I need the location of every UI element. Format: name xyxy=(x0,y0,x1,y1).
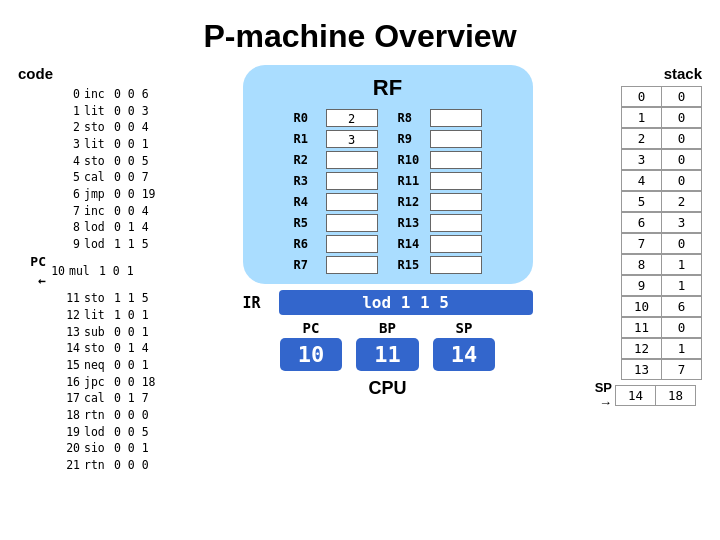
code-row-wrapper: 20sio0 0 1 xyxy=(18,440,193,457)
stack-value: 0 xyxy=(662,87,702,107)
stack-index: 5 xyxy=(622,192,662,212)
rf-reg-label: R7 xyxy=(294,258,322,272)
stack-row-table: 1418 xyxy=(615,385,696,406)
stack-value: 0 xyxy=(662,150,702,170)
ir-label: IR xyxy=(243,294,271,312)
code-row-wrapper: 3lit0 0 1 xyxy=(18,136,193,153)
rf-reg-label: R13 xyxy=(398,216,426,230)
stack-row-table: 91 xyxy=(621,275,702,296)
code-row-wrapper: 8lod0 1 4 xyxy=(18,219,193,236)
rf-reg-cell xyxy=(326,172,378,190)
code-row-wrapper: 9lod1 1 5 xyxy=(18,236,193,253)
sp-block: SP 14 xyxy=(433,320,496,371)
stack-row-table: 00 xyxy=(621,86,702,107)
stack-value: 0 xyxy=(662,318,702,338)
stack-index: 2 xyxy=(622,129,662,149)
code-row-wrapper: 12lit1 0 1 xyxy=(18,307,193,324)
cpu-panel: RF R02R13R2R3R4R5R6R7 R8R9R10R11R12R13R1… xyxy=(243,65,533,399)
ir-value: lod 1 1 5 xyxy=(279,290,533,315)
stack-index: 4 xyxy=(622,171,662,191)
rf-left-col: R02R13R2R3R4R5R6R7 xyxy=(294,109,378,274)
stack-row-wrapper: 52 xyxy=(582,191,702,212)
stack-row-wrapper: 20 xyxy=(582,128,702,149)
ir-row: IR lod 1 1 5 xyxy=(243,290,533,315)
pc-row-wrapper: PC ←10mul1 0 1 xyxy=(18,253,193,291)
stack-index: 10 xyxy=(622,297,662,317)
rf-right-col: R8R9R10R11R12R13R14R15 xyxy=(398,109,482,274)
code-row: 16jpc0 0 18 xyxy=(64,374,156,391)
rf-title: RF xyxy=(373,75,402,101)
rf-reg-label: R12 xyxy=(398,195,426,209)
stack-table-container: 00102030405263708191106110121137SP →1418 xyxy=(582,86,702,410)
rf-reg-cell xyxy=(430,256,482,274)
code-row-wrapper: 15neq0 0 1 xyxy=(18,357,193,374)
pc-block: PC 10 xyxy=(280,320,343,371)
stack-index: 7 xyxy=(622,234,662,254)
code-row-wrapper: 5cal0 0 7 xyxy=(18,169,193,186)
stack-value: 0 xyxy=(662,171,702,191)
sp-arrow: SP → xyxy=(582,380,612,410)
cpu-label: CPU xyxy=(368,378,406,399)
rf-reg-cell xyxy=(430,235,482,253)
code-row: 4sto0 0 5 xyxy=(64,153,149,170)
code-panel-title: code xyxy=(18,65,193,82)
sp-label: SP xyxy=(456,320,473,336)
rf-reg-row: R13 xyxy=(398,214,482,232)
stack-index: 6 xyxy=(622,213,662,233)
stack-row-table: 40 xyxy=(621,170,702,191)
rf-reg-label: R6 xyxy=(294,237,322,251)
rf-reg-cell: 2 xyxy=(326,109,378,127)
stack-row-wrapper: 110 xyxy=(582,317,702,338)
code-row: 9lod1 1 5 xyxy=(64,236,149,253)
rf-reg-row: R11 xyxy=(398,172,482,190)
rf-reg-label: R5 xyxy=(294,216,322,230)
rf-reg-cell xyxy=(326,256,378,274)
stack-index: 13 xyxy=(622,360,662,380)
rf-reg-row: R02 xyxy=(294,109,378,127)
rf-reg-row: R8 xyxy=(398,109,482,127)
rf-reg-row: R6 xyxy=(294,235,378,253)
code-row-wrapper: 0inc0 0 6 xyxy=(18,86,193,103)
code-row: 8lod0 1 4 xyxy=(64,219,149,236)
stack-row-table: 63 xyxy=(621,212,702,233)
code-row-wrapper: 17cal0 1 7 xyxy=(18,390,193,407)
stack-row-wrapper: 81 xyxy=(582,254,702,275)
stack-value: 2 xyxy=(662,192,702,212)
rf-reg-label: R4 xyxy=(294,195,322,209)
stack-index: 9 xyxy=(622,276,662,296)
stack-row-table: 52 xyxy=(621,191,702,212)
code-row: 10mul1 0 1 xyxy=(49,263,134,280)
stack-row-wrapper: 40 xyxy=(582,170,702,191)
stack-row-table: 30 xyxy=(621,149,702,170)
stack-index: 14 xyxy=(616,385,656,405)
pc-arrow: PC ← xyxy=(18,253,46,291)
rf-reg-label: R9 xyxy=(398,132,426,146)
stack-row-table: 110 xyxy=(621,317,702,338)
stack-value: 0 xyxy=(662,108,702,128)
stack-row-table: 20 xyxy=(621,128,702,149)
stack-index: 1 xyxy=(622,108,662,128)
rf-reg-row: R5 xyxy=(294,214,378,232)
code-row: 14sto0 1 4 xyxy=(64,340,149,357)
stack-row-wrapper: 30 xyxy=(582,149,702,170)
rf-reg-cell xyxy=(430,151,482,169)
stack-row-wrapper: 106 xyxy=(582,296,702,317)
stack-value: 7 xyxy=(662,360,702,380)
code-row-wrapper: 4sto0 0 5 xyxy=(18,153,193,170)
rf-reg-row: R12 xyxy=(398,193,482,211)
stack-value: 6 xyxy=(662,297,702,317)
code-row-wrapper: 19lod0 0 5 xyxy=(18,424,193,441)
code-row: 2sto0 0 4 xyxy=(64,119,149,136)
stack-value: 1 xyxy=(662,255,702,275)
code-row-wrapper: 18rtn0 0 0 xyxy=(18,407,193,424)
stack-row-table: 106 xyxy=(621,296,702,317)
rf-reg-cell xyxy=(430,130,482,148)
stack-row-table: 81 xyxy=(621,254,702,275)
rf-reg-label: R0 xyxy=(294,111,322,125)
code-row-wrapper: 11sto1 1 5 xyxy=(18,290,193,307)
stack-panel-title: stack xyxy=(582,65,702,82)
stack-row-wrapper: SP →1418 xyxy=(582,380,702,410)
code-row: 5cal0 0 7 xyxy=(64,169,149,186)
rf-reg-cell xyxy=(326,235,378,253)
page-title: P-machine Overview xyxy=(0,0,720,65)
